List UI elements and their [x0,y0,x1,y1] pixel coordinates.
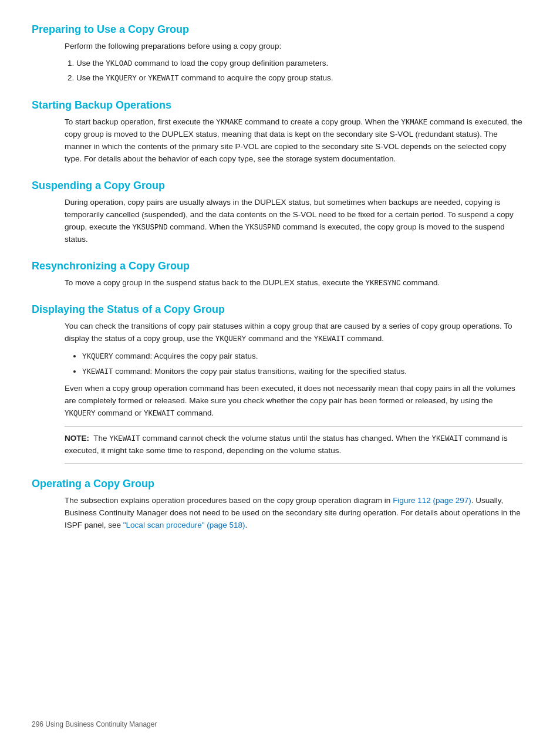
resynchronizing-para: To move a copy group in the suspend stat… [65,277,522,289]
code-ykewait-d1: YKEWAIT [314,335,345,343]
page-footer: 296 Using Business Continuity Manager [32,720,157,728]
code-ykresync: YKRESYNC [366,279,401,288]
code-ykquery-bullet: YKQUERY [82,353,113,361]
suspending-para: During operation, copy pairs are usually… [65,197,522,246]
code-ykquery: YKQUERY [106,75,137,83]
preparing-list: Use the YKLOAD command to load the copy … [76,58,522,85]
page-content: Preparing to Use a Copy Group Perform th… [0,0,560,560]
list-item: YKQUERY command: Acquires the copy pair … [82,350,522,363]
operating-para: The subsection explains operation proced… [65,495,522,532]
section-body-suspending: During operation, copy pairs are usually… [32,197,528,246]
footer-text: 296 Using Business Continuity Manager [32,720,157,728]
section-title-resynchronizing: Resynchronizing a Copy Group [32,260,528,272]
list-item: Use the YKLOAD command to load the copy … [76,58,522,70]
code-ykewait: YKEWAIT [148,75,179,83]
note-label: NOTE: [65,434,89,443]
code-ykewait-bullet: YKEWAIT [82,368,113,376]
code-yksuspnd-2: YKSUSPND [245,224,281,232]
code-yksuspnd-1: YKSUSPND [133,224,168,232]
code-ykewait-note1: YKEWAIT [109,435,140,443]
code-ykmake-1: YKMAKE [216,119,242,127]
code-ykquery-d1: YKQUERY [215,335,247,343]
code-ykload: YKLOAD [106,60,132,68]
displaying-para2: Even when a copy group operation command… [65,383,522,420]
section-title-displaying: Displaying the Status of a Copy Group [32,303,528,316]
displaying-para1: You can check the transitions of copy pa… [65,320,522,345]
section-body-preparing: Perform the following preparations befor… [32,40,528,85]
section-body-operating: The subsection explains operation proced… [32,495,528,532]
section-body-displaying: You can check the transitions of copy pa… [32,320,528,464]
link-local-scan[interactable]: "Local scan procedure" (page 518) [123,521,245,529]
note-text: NOTE: The YKEWAIT command cannot check t… [65,433,522,457]
list-item: Use the YKQUERY or YKEWAIT command to ac… [76,72,522,85]
code-ykquery-d2: YKQUERY [65,410,96,418]
section-title-operating: Operating a Copy Group [32,478,528,490]
preparing-intro: Perform the following preparations befor… [65,40,522,53]
code-ykmake-2: YKMAKE [401,119,427,127]
code-ykewait-note2: YKEWAIT [432,435,463,443]
section-title-suspending: Suspending a Copy Group [32,180,528,192]
starting-para: To start backup operation, first execute… [65,116,522,166]
code-ykewait-d2: YKEWAIT [144,410,175,418]
section-title-preparing: Preparing to Use a Copy Group [32,23,528,36]
displaying-list: YKQUERY command: Acquires the copy pair … [82,350,522,379]
section-body-starting: To start backup operation, first execute… [32,116,528,166]
note-box: NOTE: The YKEWAIT command cannot check t… [65,426,522,464]
link-figure112[interactable]: Figure 112 (page 297) [393,496,471,505]
list-item: YKEWAIT command: Monitors the copy pair … [82,366,522,378]
section-body-resynchronizing: To move a copy group in the suspend stat… [32,277,528,289]
section-title-starting: Starting Backup Operations [32,99,528,112]
